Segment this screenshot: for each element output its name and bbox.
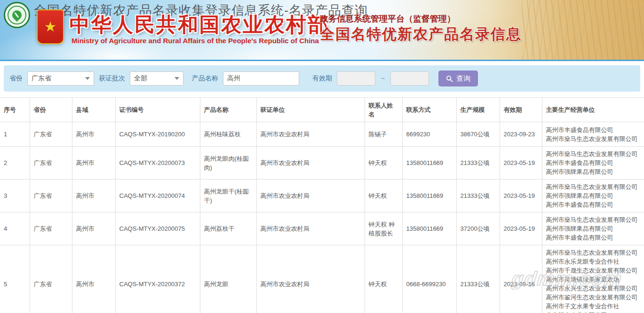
cell-org: 高州市农业农村局 xyxy=(256,180,365,212)
cell-cert: CAQS-MTYX-20200073 xyxy=(115,147,200,180)
cell-scale: 21333公顷 xyxy=(456,245,500,313)
company-line: 高州市鉴河生态农业发展有限公司 xyxy=(546,293,641,302)
product-name-label: 产品名称 xyxy=(192,74,218,83)
company-line: 高州市千晟生态农业发展有限公司 xyxy=(546,266,641,275)
province-select-value: 广东省 xyxy=(32,74,51,83)
range-separator: ~ xyxy=(381,75,385,82)
company-line: 高州市丰盛食品有限公司 xyxy=(546,233,641,242)
cell-contact: 陈锡子 xyxy=(365,122,402,147)
company-line: 高州市丰盛食品有限公司 xyxy=(546,125,641,134)
cell-valid: 2023-05-19 xyxy=(500,147,542,180)
cell-valid: 2023-05-19 xyxy=(500,180,542,212)
cell-scale: 21333公顷 xyxy=(456,180,500,212)
validity-from-input[interactable] xyxy=(337,71,375,86)
company-line: 高州市丰盛食品有限公司 xyxy=(546,200,641,209)
results-table-section: 序号省份县域证书编号产品名称获证单位联系人姓名联系方式生产规模有效期主要生产经营… xyxy=(0,97,644,313)
company-line: 高州市强牌果品有限公司 xyxy=(546,191,641,200)
cell-contact: 钟天权 xyxy=(365,245,402,313)
product-name-input[interactable] xyxy=(223,71,299,86)
validity-label: 有效期 xyxy=(312,74,332,83)
company-line: 高州市永兴生态农业发展有限公司 xyxy=(546,284,641,293)
cell-province: 广东省 xyxy=(30,147,72,180)
table-row: 2广东省高州市CAQS-MTYX-20200073高州龙眼肉(桂圆肉)高州市农业… xyxy=(0,147,644,180)
column-header: 主要生产经营单位 xyxy=(542,98,644,122)
column-header: 联系人姓名 xyxy=(365,98,402,122)
company-line: 高州市永乐龙眼专业合作社 xyxy=(546,257,641,266)
cell-cert: CAQS-MTYX-20200074 xyxy=(115,180,200,212)
search-button-label: 查询 xyxy=(456,74,470,83)
cell-valid: 2023-09-23 xyxy=(500,122,542,147)
national-emblem-icon: ★ xyxy=(37,9,64,44)
cell-phone: 13580011669 xyxy=(402,147,456,180)
column-header: 省份 xyxy=(30,98,72,122)
cell-county: 高州市 xyxy=(72,212,115,245)
cell-org: 高州市农业农村局 xyxy=(256,147,365,180)
cell-companies: 高州市燊马生态农业发展有限公司高州市强牌果品有限公司高州市丰盛食品有限公司 xyxy=(542,212,644,245)
company-line: 高州市丰盛食品有限公司 xyxy=(546,158,641,167)
cell-county: 高州市 xyxy=(72,180,115,212)
validity-to-input[interactable] xyxy=(390,71,429,86)
cell-cert: CAQS-MTYX-20190200 xyxy=(115,122,200,147)
chevron-down-icon xyxy=(85,77,90,80)
ministry-title-cn: 中华人民共和国农业农村部 xyxy=(70,11,329,39)
company-line: 高州市荷塘镇绿美家庭农场 xyxy=(546,275,641,284)
platform-title: 政务信息系统管理平台（监督管理） xyxy=(320,13,455,24)
cell-phone: 6699230 xyxy=(402,122,456,147)
cell-cert: CAQS-MTYX-20200372 xyxy=(115,245,200,313)
column-header: 有效期 xyxy=(500,98,542,122)
cell-contact: 钟天权 xyxy=(365,147,402,180)
company-line: 高州市子文水果专业合作社 xyxy=(546,302,641,311)
cell-companies: 高州市丰盛食品有限公司高州市燊马生态农业发展有限公司 xyxy=(542,122,644,147)
filter-section: 省份 广东省 获证批次 全部 产品名称 有效期 ~ 查询 xyxy=(0,61,644,92)
column-header: 序号 xyxy=(0,98,30,122)
wheat-decoration xyxy=(522,0,644,61)
cell-phone: 13580011669 xyxy=(402,180,456,212)
cell-companies: 高州市燊马生态农业发展有限公司高州市强牌果品有限公司高州市丰盛食品有限公司 xyxy=(542,180,644,212)
cell-seq: 5 xyxy=(0,245,30,313)
company-line: 高州市强牌果品有限公司 xyxy=(546,167,641,176)
caqs-logo-icon xyxy=(4,2,30,28)
cell-product: 高州荔枝干 xyxy=(200,212,256,245)
cell-seq: 4 xyxy=(0,212,30,245)
cell-province: 广东省 xyxy=(30,122,72,147)
cell-seq: 1 xyxy=(0,122,30,147)
column-header: 联系方式 xyxy=(402,98,456,122)
cell-phone: 0668-6699230 xyxy=(402,245,456,313)
cell-org: 高州市农业农村局 xyxy=(256,212,365,245)
page-title: 全国名特优新农产品名录信息 xyxy=(320,24,522,44)
cell-scale: 38670公顷 xyxy=(456,122,500,147)
batch-select[interactable]: 全部 xyxy=(130,71,183,86)
results-table: 序号省份县域证书编号产品名称获证单位联系人姓名联系方式生产规模有效期主要生产经营… xyxy=(0,97,644,313)
cell-contact: 钟天权 种植股股长 xyxy=(365,212,402,245)
cell-cert: CAQS-MTYX-20200075 xyxy=(115,212,200,245)
cell-phone: 13580011669 xyxy=(402,212,456,245)
table-row: 3广东省高州市CAQS-MTYX-20200074高州龙眼干(桂圆干)高州市农业… xyxy=(0,180,644,212)
cell-product: 高州龙眼干(桂圆干) xyxy=(200,180,256,212)
company-line: 高州市燊马生态农业发展有限公司 xyxy=(546,215,641,224)
company-line: 高州市燊马生态农业发展有限公司 xyxy=(546,248,641,257)
cell-org: 高州市农业农村局 xyxy=(256,122,365,147)
cell-product: 高州龙眼肉(桂圆肉) xyxy=(200,147,256,180)
column-header: 产品名称 xyxy=(200,98,256,122)
cell-seq: 3 xyxy=(0,180,30,212)
table-row: 5广东省高州市CAQS-MTYX-20200372高州龙眼高州市农业农村局钟天权… xyxy=(0,245,644,313)
province-label: 省份 xyxy=(9,74,23,83)
table-header: 序号省份县域证书编号产品名称获证单位联系人姓名联系方式生产规模有效期主要生产经营… xyxy=(0,98,644,122)
company-line: 高州市燊马生态农业发展有限公司 xyxy=(546,149,641,158)
column-header: 县域 xyxy=(72,98,115,122)
chevron-down-icon xyxy=(175,77,179,80)
table-row: 4广东省高州市CAQS-MTYX-20200075高州荔枝干高州市农业农村局钟天… xyxy=(0,212,644,245)
ministry-title-en: Ministry of Agriculture and Rural Affair… xyxy=(72,37,319,45)
company-line: 高州市燊马生态农业发展有限公司 xyxy=(546,134,641,143)
column-header: 生产规模 xyxy=(456,98,500,122)
search-button[interactable]: 查询 xyxy=(438,70,478,86)
cell-valid: 2023-05-19 xyxy=(500,212,542,245)
cell-county: 高州市 xyxy=(72,122,115,147)
province-select[interactable]: 广东省 xyxy=(27,71,94,86)
cell-org: 高州市农业农村局 xyxy=(256,245,365,313)
cell-companies: 高州市燊马生态农业发展有限公司高州市丰盛食品有限公司高州市强牌果品有限公司 xyxy=(542,147,644,180)
company-line: 广东样丰农业有限公司 xyxy=(546,311,641,313)
cell-product: 高州桂味荔枝 xyxy=(200,122,256,147)
column-header: 获证单位 xyxy=(256,98,365,122)
cell-companies: 高州市燊马生态农业发展有限公司高州市永乐龙眼专业合作社高州市千晟生态农业发展有限… xyxy=(542,245,644,313)
